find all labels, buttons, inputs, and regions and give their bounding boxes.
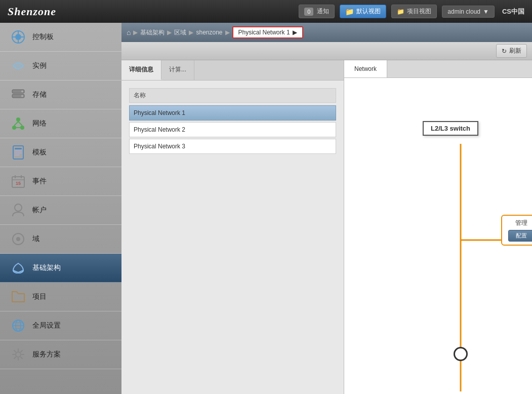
- right-tabs-header: Network: [344, 60, 532, 78]
- breadcrumb-item-infra[interactable]: 基础架构: [140, 28, 165, 37]
- sidebar-item-dashboard[interactable]: 控制板: [0, 23, 121, 52]
- sidebar-label-event: 事件: [32, 177, 47, 186]
- instance-icon: [10, 58, 26, 74]
- diagram-area: L2/L3 switch 管理 配置: [344, 78, 532, 391]
- project-view-label: 项目视图: [407, 7, 431, 16]
- sidebar-item-instance[interactable]: 实例: [0, 52, 121, 81]
- cs-label: CS中国: [502, 7, 524, 16]
- config-label: 配置: [516, 232, 527, 239]
- service-icon: [10, 346, 26, 363]
- account-icon: [10, 202, 26, 218]
- folder-icon: 📁: [345, 8, 354, 16]
- sidebar-item-event[interactable]: 15 事件: [0, 167, 121, 196]
- svg-point-34: [16, 352, 21, 357]
- svg-rect-19: [15, 152, 22, 153]
- sidebar-label-network: 网络: [32, 119, 47, 128]
- svg-rect-20: [15, 154, 20, 155]
- project-folder-icon: 📁: [397, 8, 404, 15]
- sidebar-label-instance: 实例: [32, 61, 47, 70]
- breadcrumb-sep-3: ▶: [189, 29, 193, 36]
- sidebar-label-global: 全局设置: [32, 321, 61, 330]
- sidebar-item-domain[interactable]: 域: [0, 225, 121, 254]
- sidebar-label-infra: 基础架构: [32, 263, 61, 272]
- switch-label: L2/L3 switch: [431, 125, 470, 132]
- svg-line-13: [14, 122, 18, 126]
- default-view-label: 默认视图: [356, 7, 381, 16]
- default-view-button[interactable]: 📁 默认视图: [340, 5, 386, 18]
- sidebar-item-project[interactable]: 项目: [0, 283, 121, 311]
- breadcrumb-item-zone[interactable]: 区域: [174, 28, 186, 37]
- svg-rect-17: [15, 148, 22, 149]
- svg-point-1: [15, 34, 21, 40]
- content-area: ⌂ ▶ 基础架构 ▶ 区域 ▶ shenzone ▶ Physical Netw…: [121, 23, 532, 394]
- left-tabs-header: 详细信息 计算...: [121, 60, 344, 81]
- template-icon: [10, 144, 26, 161]
- list-item-2[interactable]: Physical Network 2: [129, 122, 336, 137]
- sidebar-label-template: 模板: [32, 148, 47, 157]
- sidebar-item-template[interactable]: 模板: [0, 138, 121, 167]
- global-icon: [10, 318, 26, 334]
- mgmt-title: 管理: [508, 219, 532, 227]
- switch-box: L2/L3 switch: [423, 121, 478, 136]
- breadcrumb-sep-1: ▶: [133, 29, 138, 36]
- notify-label: 通知: [317, 7, 329, 16]
- right-panel: Network L2/L3 switch: [344, 60, 532, 394]
- tab-network[interactable]: Network: [344, 60, 387, 77]
- domain-icon: [10, 231, 26, 247]
- sidebar-label-service: 服务方案: [32, 350, 61, 359]
- config-button[interactable]: 配置: [508, 230, 532, 242]
- project-view-button[interactable]: 📁 项目视图: [391, 5, 437, 18]
- list-item-2-name: Physical Network 2: [134, 126, 185, 133]
- svg-point-7: [21, 91, 23, 93]
- svg-point-26: [15, 204, 22, 211]
- network-list: 名称 Physical Network 1 Physical Network 2…: [121, 81, 344, 163]
- svg-line-14: [18, 122, 22, 126]
- sidebar-label-account: 帐户: [32, 206, 47, 215]
- breadcrumb-arrow: ▶: [293, 29, 297, 36]
- breadcrumb-item-shenzone[interactable]: shenzone: [196, 29, 222, 36]
- breadcrumb: ⌂ ▶ 基础架构 ▶ 区域 ▶ shenzone ▶ Physical Netw…: [121, 23, 532, 42]
- project-icon: [10, 289, 26, 305]
- svg-point-9: [21, 95, 23, 97]
- mgmt-box: 管理 配置: [501, 215, 532, 246]
- bottom-node-circle: [454, 347, 468, 361]
- breadcrumb-current: Physical Network 1 ▶: [232, 26, 303, 38]
- breadcrumb-current-text: Physical Network 1: [238, 29, 290, 36]
- list-item-3[interactable]: Physical Network 3: [129, 139, 336, 154]
- breadcrumb-sep-4: ▶: [225, 29, 230, 36]
- breadcrumb-home[interactable]: ⌂: [127, 28, 131, 36]
- sidebar-item-storage[interactable]: 存储: [0, 81, 121, 109]
- list-item-3-name: Physical Network 3: [134, 143, 185, 150]
- sidebar-item-infra[interactable]: 基础架构: [0, 254, 121, 283]
- list-item-1[interactable]: Physical Network 1: [129, 105, 336, 121]
- app-logo: Shenzone: [8, 5, 56, 18]
- sidebar-label-storage: 存储: [32, 90, 47, 99]
- tab-detail[interactable]: 详细信息: [121, 60, 161, 80]
- sidebar-item-service[interactable]: 服务方案: [0, 340, 121, 369]
- topbar: Shenzone 0 通知 📁 默认视图 📁 项目视图 admin cloud …: [0, 0, 532, 23]
- sidebar-label-domain: 域: [32, 234, 39, 244]
- breadcrumb-sep-2: ▶: [167, 29, 172, 36]
- refresh-button[interactable]: ↻ 刷新: [496, 44, 527, 58]
- refresh-label: 刷新: [509, 47, 521, 55]
- tab-container: 详细信息 计算... 名称 Physical Network 1 Physica…: [121, 60, 532, 394]
- admin-label: admin cloud: [447, 8, 480, 15]
- admin-dropdown-button[interactable]: admin cloud ▼: [442, 6, 495, 18]
- dropdown-icon: ▼: [483, 8, 489, 15]
- sidebar-item-network[interactable]: 网络: [0, 109, 121, 138]
- notify-count: 0: [304, 8, 313, 16]
- tab-detail-label: 详细信息: [129, 66, 153, 73]
- sidebar-item-account[interactable]: 帐户: [0, 196, 121, 225]
- list-column-header: 名称: [129, 88, 336, 103]
- sidebar-label-dashboard: 控制板: [32, 32, 54, 42]
- svg-text:15: 15: [16, 181, 21, 186]
- svg-point-28: [16, 237, 20, 241]
- notify-button[interactable]: 0 通知: [299, 5, 335, 18]
- infra-icon: [10, 260, 26, 276]
- main-layout: 控制板 实例 存储: [0, 23, 532, 394]
- sidebar-item-global[interactable]: 全局设置: [0, 311, 121, 340]
- sidebar: 控制板 实例 存储: [0, 23, 121, 394]
- tab-compute[interactable]: 计算...: [161, 60, 194, 80]
- left-panel: 详细信息 计算... 名称 Physical Network 1 Physica…: [121, 60, 344, 394]
- dashboard-icon: [10, 29, 26, 45]
